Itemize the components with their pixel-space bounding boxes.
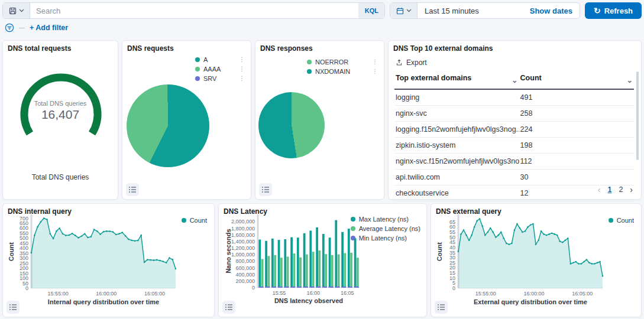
svg-text:400: 400 [20, 245, 28, 251]
refresh-button-label: Refresh [604, 6, 633, 15]
svg-text:500: 500 [20, 235, 28, 241]
legend-item[interactable]: Min Latency (ns) [351, 235, 420, 242]
svg-text:600,000: 600,000 [235, 265, 255, 271]
svg-text:15:55:00: 15:55:00 [48, 291, 69, 297]
legend-item[interactable]: NOERROR⋮ [307, 58, 378, 66]
filter-manager-icon[interactable] [5, 23, 14, 32]
svg-text:35: 35 [449, 250, 455, 256]
domain-cell: nginx-svc.f15n2womfujehfjlwv0lgs3no... [394, 154, 519, 170]
svg-text:800,000: 800,000 [235, 258, 255, 264]
legend-toggle-icon [262, 186, 269, 193]
svg-text:15: 15 [449, 270, 455, 276]
filter-divider [19, 28, 25, 28]
legend-item[interactable]: AAAA⋮ [195, 66, 245, 73]
panel-title: DNS requests [127, 44, 174, 53]
refresh-button[interactable]: ↻ Refresh [585, 2, 642, 19]
y-axis-label: Count [8, 216, 15, 287]
legend-item[interactable]: Average Latency (ns) [351, 225, 420, 232]
legend-item[interactable]: SRV⋮ [195, 75, 245, 82]
panel-title: DNS internal query [8, 207, 72, 216]
legend-label[interactable]: Min Latency (ns) [359, 235, 407, 242]
kebab-menu-icon[interactable]: ⋮ [367, 69, 378, 74]
legend-toggle-button[interactable] [259, 183, 272, 196]
saved-query-button[interactable] [3, 3, 30, 18]
sort-chevron-icon[interactable]: ⌄ [627, 76, 633, 84]
table-row: logging.f15n2womfujehfjlwv0lgs3nog....22… [394, 122, 634, 138]
svg-text:450: 450 [20, 240, 28, 246]
legend-item[interactable]: Count [182, 217, 207, 224]
legend-toggle-button[interactable] [126, 183, 139, 196]
panel-dns-top-external-domains: DNS Top 10 external domains Export Top e… [388, 40, 642, 200]
time-range-label[interactable]: Last 15 minutes [418, 3, 530, 18]
count-cell: 198 [519, 138, 634, 154]
gauge-label: Total DNS queries [3, 100, 118, 107]
legend-item[interactable]: A⋮ [195, 56, 245, 63]
pagination-page-2[interactable]: 2 [619, 185, 623, 194]
add-filter-link[interactable]: + Add filter [30, 24, 68, 32]
svg-text:55: 55 [449, 229, 455, 235]
legend-dot [195, 57, 200, 62]
legend-item[interactable]: Max Latency (ns) [351, 216, 420, 223]
search-input[interactable] [30, 3, 358, 18]
table-scrollbar[interactable] [636, 71, 639, 160]
pagination-next[interactable]: › [630, 185, 633, 194]
panel-title: DNS external query [436, 207, 501, 216]
legend-dot [307, 60, 312, 64]
legend-label[interactable]: A [203, 56, 208, 63]
kebab-menu-icon[interactable]: ⋮ [234, 57, 245, 63]
sort-chevron-icon[interactable]: ⌄ [512, 76, 517, 84]
legend-item[interactable]: NXDOMAIN⋮ [307, 68, 378, 75]
export-button[interactable]: Export [396, 58, 427, 67]
kebab-menu-icon[interactable]: ⋮ [234, 76, 245, 82]
legend-label[interactable]: AAAA [203, 66, 221, 73]
legend-dot [182, 218, 186, 223]
column-header-domains[interactable]: Top external domains⌄ [394, 70, 519, 89]
domain-cell: checkoutservice [394, 185, 519, 201]
pagination-page-1[interactable]: 1 [607, 185, 611, 194]
panel-title: DNS responses [260, 44, 313, 53]
kql-badge[interactable]: KQL [358, 3, 384, 18]
svg-text:16:05: 16:05 [341, 290, 354, 296]
kebab-menu-icon[interactable]: ⋮ [367, 59, 378, 65]
svg-text:700: 700 [20, 216, 28, 222]
legend-label[interactable]: Average Latency (ns) [359, 225, 420, 232]
svg-text:200,000: 200,000 [235, 278, 255, 284]
legend-label[interactable]: NXDOMAIN [315, 68, 350, 75]
table-row: nginx-svc258 [394, 106, 634, 122]
legend-toggle-button[interactable] [7, 301, 20, 314]
legend-toggle-button[interactable] [222, 301, 235, 314]
svg-text:16:00:00: 16:00:00 [96, 291, 116, 297]
panel-dns-requests: DNS requests A⋮AAAA⋮SRV⋮ [122, 40, 251, 200]
svg-text:250: 250 [20, 261, 28, 266]
table-pagination: ‹12› [598, 185, 633, 194]
kebab-menu-icon[interactable]: ⋮ [234, 66, 245, 72]
legend-label[interactable]: Max Latency (ns) [359, 216, 409, 223]
x-axis-title: Internal query distribution over time [31, 298, 176, 305]
svg-text:400,000: 400,000 [235, 272, 255, 278]
legend-label[interactable]: Count [190, 217, 207, 224]
svg-text:0: 0 [452, 285, 455, 291]
legend-label[interactable]: Count [617, 217, 634, 224]
x-axis-title: External query distribution over time [458, 298, 603, 305]
svg-text:16:00:00: 16:00:00 [524, 291, 545, 297]
legend-label[interactable]: NOERROR [315, 58, 348, 66]
pagination-prev[interactable]: ‹ [598, 185, 601, 194]
dns-requests-pie [127, 84, 209, 167]
legend-toggle-icon [438, 304, 445, 311]
svg-text:1,400,000: 1,400,000 [231, 239, 255, 245]
column-header-count[interactable]: Count⌄ [519, 70, 634, 89]
svg-text:20: 20 [449, 265, 455, 271]
svg-text:1,200,000: 1,200,000 [231, 245, 255, 251]
show-dates-link[interactable]: Show dates [530, 3, 580, 18]
gauge-value: 16,407 [3, 108, 118, 122]
legend-toggle-button[interactable] [435, 301, 448, 314]
query-bar: KQL Last 15 minutes Show dates ↻ Refresh [2, 2, 642, 19]
svg-text:150: 150 [20, 271, 28, 276]
svg-text:2,000,000: 2,000,000 [231, 219, 255, 224]
panel-dns-responses: DNS responses NOERROR⋮NXDOMAIN⋮ [255, 40, 384, 200]
legend-item[interactable]: Count [609, 217, 634, 224]
legend-label[interactable]: SRV [203, 75, 216, 82]
svg-text:350: 350 [20, 250, 28, 256]
date-picker-button[interactable] [390, 3, 418, 18]
table-row: api.twilio.com30 [394, 170, 634, 185]
